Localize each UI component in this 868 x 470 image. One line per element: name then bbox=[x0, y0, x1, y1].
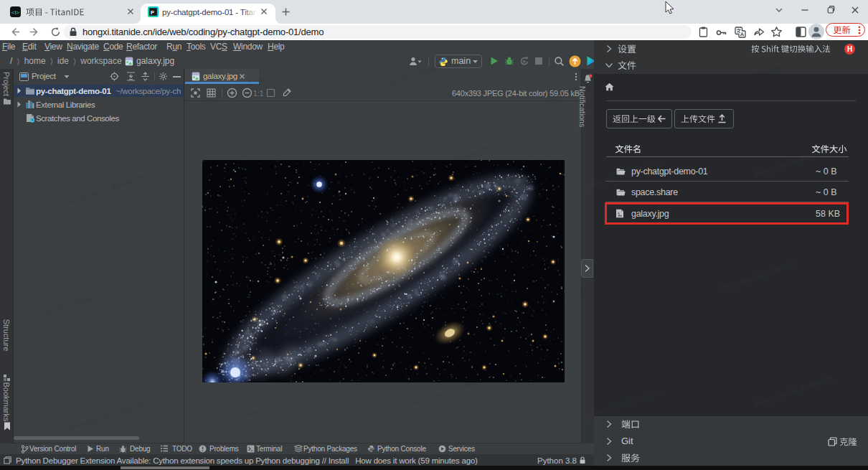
svg-text:P: P bbox=[151, 9, 154, 16]
svg-text:<t>: <t> bbox=[11, 9, 20, 16]
